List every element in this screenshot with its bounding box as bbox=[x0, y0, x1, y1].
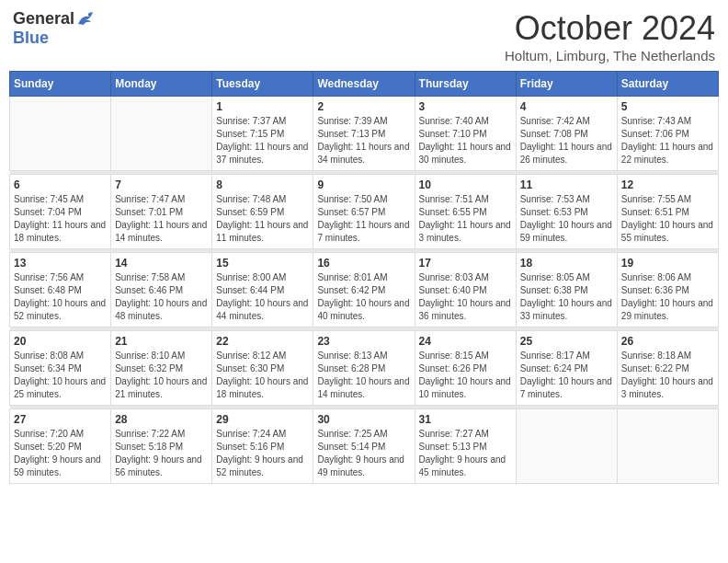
day-number: 22 bbox=[216, 335, 309, 348]
calendar-day-cell bbox=[10, 97, 111, 171]
day-info: Sunrise: 8:05 AM Sunset: 6:38 PM Dayligh… bbox=[520, 271, 613, 323]
day-info: Sunrise: 8:00 AM Sunset: 6:44 PM Dayligh… bbox=[216, 271, 309, 323]
calendar-table: SundayMondayTuesdayWednesdayThursdayFrid… bbox=[9, 71, 719, 484]
logo-bird-icon bbox=[76, 11, 97, 28]
month-title: October 2024 bbox=[505, 9, 715, 48]
day-number: 29 bbox=[216, 413, 309, 426]
day-info: Sunrise: 8:08 AM Sunset: 6:34 PM Dayligh… bbox=[14, 350, 107, 401]
calendar-day-cell: 6Sunrise: 7:45 AM Sunset: 7:04 PM Daylig… bbox=[10, 175, 111, 249]
calendar-body: 1Sunrise: 7:37 AM Sunset: 7:15 PM Daylig… bbox=[10, 97, 719, 484]
calendar-day-cell bbox=[617, 409, 718, 484]
calendar-header: SundayMondayTuesdayWednesdayThursdayFrid… bbox=[10, 72, 719, 97]
day-number: 12 bbox=[621, 178, 714, 191]
calendar-week-row: 27Sunrise: 7:20 AM Sunset: 5:20 PM Dayli… bbox=[10, 409, 719, 484]
day-info: Sunrise: 7:43 AM Sunset: 7:06 PM Dayligh… bbox=[621, 115, 714, 167]
day-info: Sunrise: 7:39 AM Sunset: 7:13 PM Dayligh… bbox=[317, 115, 410, 167]
day-info: Sunrise: 7:48 AM Sunset: 6:59 PM Dayligh… bbox=[216, 193, 309, 245]
day-info: Sunrise: 8:15 AM Sunset: 6:26 PM Dayligh… bbox=[419, 350, 512, 401]
day-of-week-header: Saturday bbox=[617, 72, 718, 97]
day-info: Sunrise: 7:50 AM Sunset: 6:57 PM Dayligh… bbox=[317, 193, 410, 245]
day-info: Sunrise: 8:12 AM Sunset: 6:30 PM Dayligh… bbox=[216, 350, 309, 401]
day-info: Sunrise: 7:55 AM Sunset: 6:51 PM Dayligh… bbox=[621, 193, 714, 245]
day-number: 31 bbox=[419, 413, 512, 426]
day-info: Sunrise: 8:17 AM Sunset: 6:24 PM Dayligh… bbox=[520, 350, 613, 401]
calendar-day-cell: 19Sunrise: 8:06 AM Sunset: 6:36 PM Dayli… bbox=[617, 253, 718, 327]
calendar-day-cell: 13Sunrise: 7:56 AM Sunset: 6:48 PM Dayli… bbox=[10, 253, 111, 327]
day-of-week-header: Thursday bbox=[415, 72, 516, 97]
day-number: 4 bbox=[520, 100, 613, 113]
day-number: 17 bbox=[419, 257, 512, 270]
logo-blue-text: Blue bbox=[13, 29, 49, 48]
day-number: 26 bbox=[621, 335, 714, 348]
days-of-week-row: SundayMondayTuesdayWednesdayThursdayFrid… bbox=[10, 72, 719, 97]
day-number: 19 bbox=[621, 257, 714, 270]
calendar-day-cell: 8Sunrise: 7:48 AM Sunset: 6:59 PM Daylig… bbox=[212, 175, 313, 249]
calendar-day-cell: 20Sunrise: 8:08 AM Sunset: 6:34 PM Dayli… bbox=[10, 331, 111, 406]
calendar-day-cell: 2Sunrise: 7:39 AM Sunset: 7:13 PM Daylig… bbox=[313, 97, 415, 171]
calendar-day-cell: 28Sunrise: 7:22 AM Sunset: 5:18 PM Dayli… bbox=[111, 409, 212, 484]
day-info: Sunrise: 8:13 AM Sunset: 6:28 PM Dayligh… bbox=[317, 350, 410, 401]
day-number: 20 bbox=[14, 335, 107, 348]
day-info: Sunrise: 7:58 AM Sunset: 6:46 PM Dayligh… bbox=[115, 271, 208, 323]
day-info: Sunrise: 7:53 AM Sunset: 6:53 PM Dayligh… bbox=[520, 193, 613, 245]
day-number: 2 bbox=[317, 100, 410, 113]
day-number: 8 bbox=[216, 178, 309, 191]
calendar-day-cell: 18Sunrise: 8:05 AM Sunset: 6:38 PM Dayli… bbox=[516, 253, 617, 327]
calendar-day-cell: 25Sunrise: 8:17 AM Sunset: 6:24 PM Dayli… bbox=[516, 331, 617, 406]
calendar-day-cell: 5Sunrise: 7:43 AM Sunset: 7:06 PM Daylig… bbox=[617, 97, 718, 171]
day-number: 13 bbox=[14, 257, 107, 270]
day-info: Sunrise: 7:42 AM Sunset: 7:08 PM Dayligh… bbox=[520, 115, 613, 167]
day-info: Sunrise: 7:51 AM Sunset: 6:55 PM Dayligh… bbox=[419, 193, 512, 245]
calendar-day-cell: 17Sunrise: 8:03 AM Sunset: 6:40 PM Dayli… bbox=[415, 253, 516, 327]
day-number: 9 bbox=[317, 178, 410, 191]
day-number: 27 bbox=[14, 413, 107, 426]
day-info: Sunrise: 7:47 AM Sunset: 7:01 PM Dayligh… bbox=[115, 193, 208, 245]
calendar-day-cell: 14Sunrise: 7:58 AM Sunset: 6:46 PM Dayli… bbox=[111, 253, 212, 327]
calendar-day-cell: 31Sunrise: 7:27 AM Sunset: 5:13 PM Dayli… bbox=[415, 409, 516, 484]
day-number: 24 bbox=[419, 335, 512, 348]
day-number: 3 bbox=[419, 100, 512, 113]
calendar-day-cell: 11Sunrise: 7:53 AM Sunset: 6:53 PM Dayli… bbox=[516, 175, 617, 249]
day-number: 6 bbox=[14, 178, 107, 191]
day-number: 28 bbox=[115, 413, 208, 426]
day-info: Sunrise: 7:37 AM Sunset: 7:15 PM Dayligh… bbox=[216, 115, 309, 167]
calendar-day-cell: 12Sunrise: 7:55 AM Sunset: 6:51 PM Dayli… bbox=[617, 175, 718, 249]
calendar-day-cell: 1Sunrise: 7:37 AM Sunset: 7:15 PM Daylig… bbox=[212, 97, 313, 171]
calendar-day-cell: 26Sunrise: 8:18 AM Sunset: 6:22 PM Dayli… bbox=[617, 331, 718, 406]
calendar-day-cell: 10Sunrise: 7:51 AM Sunset: 6:55 PM Dayli… bbox=[415, 175, 516, 249]
day-number: 21 bbox=[115, 335, 208, 348]
calendar-day-cell: 29Sunrise: 7:24 AM Sunset: 5:16 PM Dayli… bbox=[212, 409, 313, 484]
day-info: Sunrise: 7:22 AM Sunset: 5:18 PM Dayligh… bbox=[115, 428, 208, 479]
day-number: 14 bbox=[115, 257, 208, 270]
calendar-day-cell: 7Sunrise: 7:47 AM Sunset: 7:01 PM Daylig… bbox=[111, 175, 212, 249]
day-number: 7 bbox=[115, 178, 208, 191]
calendar-week-row: 1Sunrise: 7:37 AM Sunset: 7:15 PM Daylig… bbox=[10, 97, 719, 171]
location-subtitle: Holtum, Limburg, The Netherlands bbox=[505, 48, 715, 63]
calendar-week-row: 20Sunrise: 8:08 AM Sunset: 6:34 PM Dayli… bbox=[10, 331, 719, 406]
calendar-day-cell: 30Sunrise: 7:25 AM Sunset: 5:14 PM Dayli… bbox=[313, 409, 415, 484]
day-info: Sunrise: 7:40 AM Sunset: 7:10 PM Dayligh… bbox=[419, 115, 512, 167]
calendar-day-cell: 23Sunrise: 8:13 AM Sunset: 6:28 PM Dayli… bbox=[313, 331, 415, 406]
calendar-week-row: 6Sunrise: 7:45 AM Sunset: 7:04 PM Daylig… bbox=[10, 175, 719, 249]
day-info: Sunrise: 7:24 AM Sunset: 5:16 PM Dayligh… bbox=[216, 428, 309, 479]
calendar-day-cell: 3Sunrise: 7:40 AM Sunset: 7:10 PM Daylig… bbox=[415, 97, 516, 171]
calendar-day-cell bbox=[516, 409, 617, 484]
day-of-week-header: Sunday bbox=[10, 72, 111, 97]
day-info: Sunrise: 8:18 AM Sunset: 6:22 PM Dayligh… bbox=[621, 350, 714, 401]
calendar-day-cell: 15Sunrise: 8:00 AM Sunset: 6:44 PM Dayli… bbox=[212, 253, 313, 327]
calendar-day-cell bbox=[111, 97, 212, 171]
day-info: Sunrise: 7:45 AM Sunset: 7:04 PM Dayligh… bbox=[14, 193, 107, 245]
day-number: 25 bbox=[520, 335, 613, 348]
day-number: 10 bbox=[419, 178, 512, 191]
day-number: 1 bbox=[216, 100, 309, 113]
day-info: Sunrise: 7:20 AM Sunset: 5:20 PM Dayligh… bbox=[14, 428, 107, 479]
day-of-week-header: Monday bbox=[111, 72, 212, 97]
day-number: 30 bbox=[317, 413, 410, 426]
day-number: 16 bbox=[317, 257, 410, 270]
day-number: 23 bbox=[317, 335, 410, 348]
day-number: 18 bbox=[520, 257, 613, 270]
calendar-day-cell: 4Sunrise: 7:42 AM Sunset: 7:08 PM Daylig… bbox=[516, 97, 617, 171]
day-info: Sunrise: 8:10 AM Sunset: 6:32 PM Dayligh… bbox=[115, 350, 208, 401]
day-info: Sunrise: 7:27 AM Sunset: 5:13 PM Dayligh… bbox=[419, 428, 512, 479]
calendar-day-cell: 9Sunrise: 7:50 AM Sunset: 6:57 PM Daylig… bbox=[313, 175, 415, 249]
